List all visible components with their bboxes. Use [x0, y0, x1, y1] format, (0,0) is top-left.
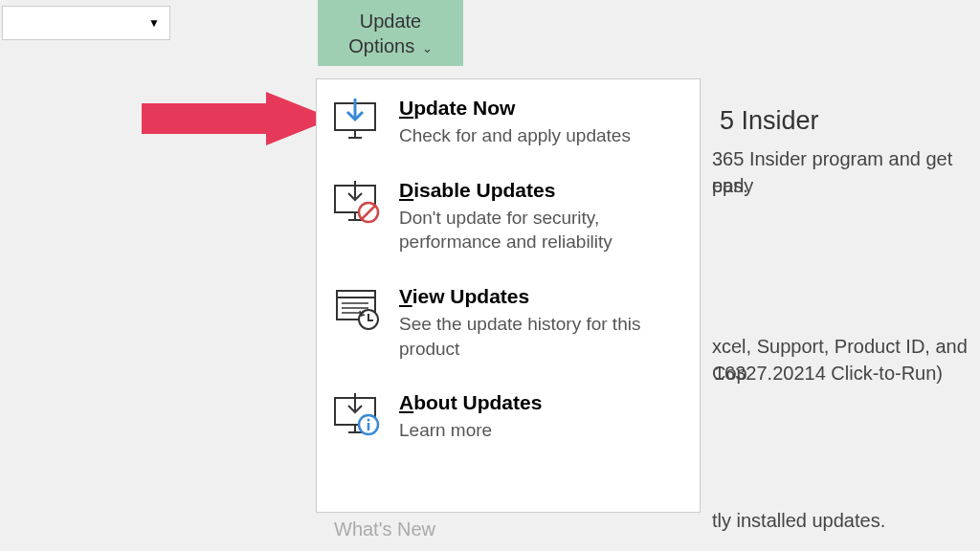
update-options-menu: Update Now Check for and apply updates D…	[316, 78, 701, 513]
disable-updates-icon	[332, 181, 382, 225]
about-line-3: tly installed updates.	[712, 507, 885, 534]
update-now-icon	[332, 99, 382, 143]
chevron-down-icon: ⌄	[418, 41, 433, 55]
menu-desc: Check for and apply updates	[399, 123, 684, 148]
menu-title-update-now: Update Now	[399, 97, 684, 120]
update-options-button[interactable]: UpdateOptions ⌄	[318, 0, 463, 66]
menu-desc: See the update history for this product	[399, 312, 684, 361]
arrow-annotation-icon	[142, 92, 333, 145]
insider-heading: 5 Insider	[720, 103, 819, 140]
insider-desc-1: 365 Insider program and get early	[712, 145, 980, 199]
svg-point-22	[368, 419, 370, 422]
menu-title-view-updates: View Updates	[399, 285, 684, 308]
menu-item-disable-updates[interactable]: Disable Updates Don't update for securit…	[332, 167, 684, 274]
menu-item-view-updates[interactable]: View Updates See the update history for …	[332, 274, 684, 380]
view-updates-icon	[332, 287, 382, 331]
about-updates-icon	[332, 393, 382, 437]
menu-desc: Don't update for security, performance a…	[399, 206, 684, 254]
chevron-down-icon: ▼	[148, 16, 160, 30]
about-line-2: 16327.20214 Click-to-Run)	[714, 360, 943, 386]
dropdown[interactable]: ▼	[2, 6, 170, 40]
whats-new-label: What's New	[334, 518, 435, 540]
menu-title-disable-updates: Disable Updates	[399, 179, 684, 202]
menu-title-about-updates: About Updates	[399, 391, 684, 414]
menu-desc: Learn more	[399, 418, 684, 443]
insider-desc-2: pps.	[712, 172, 748, 199]
menu-item-update-now[interactable]: Update Now Check for and apply updates	[332, 89, 684, 167]
menu-item-about-updates[interactable]: About Updates Learn more	[332, 380, 684, 451]
update-options-label: UpdateOptions	[348, 11, 421, 56]
svg-marker-0	[142, 92, 333, 145]
